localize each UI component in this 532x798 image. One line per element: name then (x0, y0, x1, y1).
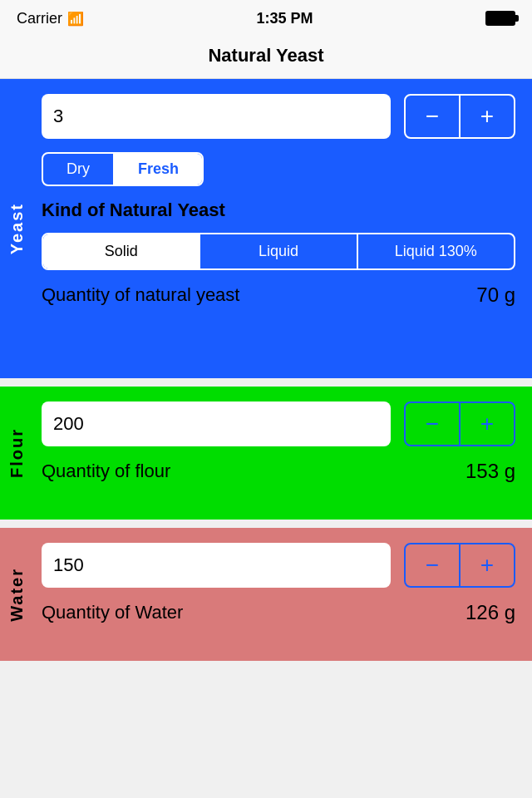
yeast-kind-segmented: Solid Liquid Liquid 130% (42, 233, 515, 270)
yeast-type-segmented: Dry Fresh (42, 152, 204, 186)
yeast-section-label: Yeast (7, 203, 27, 254)
yeast-dry-button[interactable]: Dry (43, 154, 113, 185)
flour-section-label-container: Flour (0, 387, 33, 520)
status-bar: Carrier 📶 1:35 PM (0, 0, 532, 37)
water-section-label-container: Water (0, 528, 33, 661)
water-input[interactable] (42, 543, 391, 588)
yeast-input-row: − + (42, 94, 515, 139)
yeast-liquid130-button[interactable]: Liquid 130% (358, 234, 514, 268)
water-quantity-value: 126 g (466, 601, 515, 624)
water-section-content: − + Quantity of Water 126 g (33, 528, 532, 661)
water-increment-button[interactable]: + (461, 544, 514, 586)
yeast-input[interactable] (42, 94, 391, 139)
carrier-text: Carrier (17, 10, 62, 27)
yeast-stepper: − + (404, 94, 515, 139)
water-input-row: − + (42, 543, 515, 588)
carrier-wifi: Carrier 📶 (17, 10, 84, 27)
flour-increment-button[interactable]: + (461, 403, 514, 445)
yeast-fresh-button[interactable]: Fresh (115, 154, 202, 185)
yeast-solid-button[interactable]: Solid (43, 234, 199, 268)
yeast-liquid-button[interactable]: Liquid (200, 234, 356, 268)
water-quantity-label: Quantity of Water (42, 602, 183, 623)
yeast-section: Yeast − + Dry Fresh Kind of Natural Yeas… (0, 79, 532, 378)
flour-quantity-value: 153 g (466, 460, 515, 483)
yeast-kind-label: Kind of Natural Yeast (42, 200, 515, 221)
flour-decrement-button[interactable]: − (406, 403, 459, 445)
gap-flour-water (0, 520, 532, 528)
flour-input[interactable] (42, 401, 391, 446)
page-title: Natural Yeast (0, 45, 532, 66)
yeast-quantity-value: 70 g (476, 283, 515, 307)
water-section: Water − + Quantity of Water 126 g (0, 528, 532, 661)
water-quantity-row: Quantity of Water 126 g (42, 601, 515, 624)
flour-section: Flour − + Quantity of flour 153 g (0, 387, 532, 520)
flour-section-content: − + Quantity of flour 153 g (33, 387, 532, 520)
battery-icon (485, 11, 515, 26)
flour-quantity-row: Quantity of flour 153 g (42, 460, 515, 483)
flour-quantity-label: Quantity of flour (42, 461, 170, 482)
water-decrement-button[interactable]: − (406, 544, 459, 586)
wifi-icon: 📶 (67, 11, 84, 27)
yeast-quantity-label: Quantity of natural yeast (42, 284, 239, 306)
flour-section-label: Flour (7, 428, 27, 478)
water-section-label: Water (7, 568, 27, 622)
yeast-section-content: − + Dry Fresh Kind of Natural Yeast Soli… (33, 79, 532, 378)
nav-bar: Natural Yeast (0, 37, 532, 79)
yeast-quantity-row: Quantity of natural yeast 70 g (42, 283, 515, 307)
flour-stepper: − + (404, 401, 515, 446)
flour-input-row: − + (42, 401, 515, 446)
yeast-section-label-container: Yeast (0, 79, 33, 378)
yeast-increment-button[interactable]: + (461, 96, 514, 137)
yeast-decrement-button[interactable]: − (406, 96, 459, 137)
status-time: 1:35 PM (256, 10, 313, 27)
water-stepper: − + (404, 543, 515, 588)
gap-yeast-flour (0, 378, 532, 387)
